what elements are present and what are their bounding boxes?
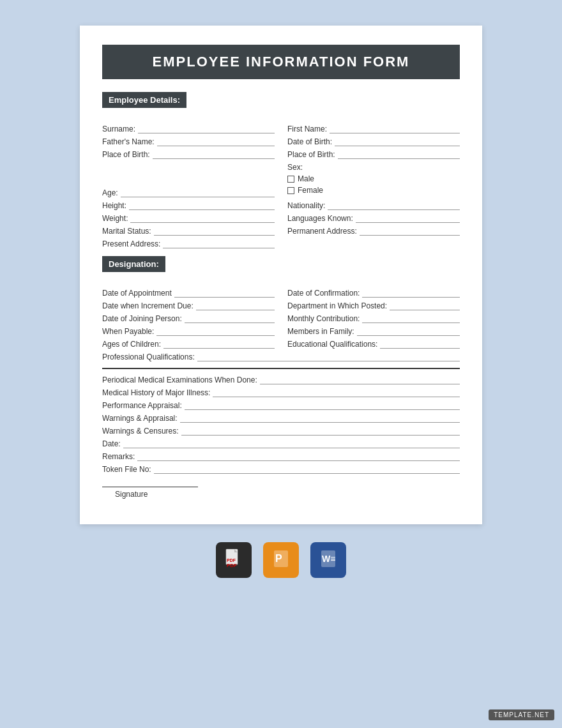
date-label: Date: [102,439,121,448]
contribution-input[interactable] [362,314,460,323]
permanent-address-label: Permanent Address: [287,227,357,236]
row-warnings-censures: Warnings & Censures: [102,427,460,436]
sex-female-option: Female [287,186,460,195]
permanent-address-input[interactable] [360,227,460,236]
warnings-censures-input[interactable] [181,427,460,436]
dob-input[interactable] [335,137,460,146]
warnings-appraisal-input[interactable] [180,414,460,423]
svg-text:PDF: PDF [227,563,237,568]
marital-input[interactable] [154,227,275,236]
age-input[interactable] [121,188,275,197]
row-increment-department: Date when Increment Due: Department in W… [102,301,460,310]
male-checkbox[interactable] [287,176,294,183]
nationality-input[interactable] [328,201,460,210]
weight-input[interactable] [130,214,275,223]
professional-input[interactable] [197,353,460,361]
educational-input[interactable] [380,340,460,349]
languages-input[interactable] [356,214,460,223]
sex-label: Sex: [287,163,460,172]
warnings-censures-label: Warnings & Censures: [102,427,179,436]
svg-text:P: P [275,553,282,564]
row-professional: Professional Qualifications: [102,353,460,361]
svg-text:W≡: W≡ [322,554,335,564]
pdf-icon-button[interactable]: PDF PDF [216,542,252,578]
professional-label: Professional Qualifications: [102,353,195,361]
pages-icon-button[interactable]: P [263,542,299,578]
age-label: Age: [102,188,118,197]
field-date-appointment: Date of Appointment [102,289,275,298]
field-nationality: Nationality: [287,201,460,210]
date-input[interactable] [123,439,460,448]
department-label: Department in Which Posted: [287,301,387,310]
department-input[interactable] [390,301,460,310]
row-present-address: Present Address: [102,239,460,248]
field-increment: Date when Increment Due: [102,301,275,310]
pob-right-input[interactable] [338,150,460,159]
field-permanent-address: Permanent Address: [287,227,460,236]
languages-label: Languages Known: [287,214,353,223]
increment-label: Date when Increment Due: [102,301,194,310]
field-surname: Surname: [102,125,275,133]
date-appointment-input[interactable] [174,289,275,298]
svg-text:PDF: PDF [227,558,236,563]
date-confirmation-input[interactable] [362,289,460,298]
word-icon: W≡ [318,548,338,573]
surname-input[interactable] [138,125,275,133]
pob-left-input[interactable] [153,150,275,159]
fathername-input[interactable] [157,137,275,146]
field-age: Age: [102,163,275,197]
row-token: Token File No: [102,465,460,474]
children-input[interactable] [163,340,275,349]
row-appointment-confirmation: Date of Appointment Date of Confirmation… [102,289,460,298]
field-height: Height: [102,201,275,210]
row-height-nationality: Height: Nationality: [102,201,460,210]
contribution-label: Monthly Contribution: [287,314,360,323]
female-checkbox[interactable] [287,187,294,194]
row-weight-languages: Weight: Languages Known: [102,214,460,223]
joining-input[interactable] [185,314,275,323]
field-joining: Date of Joining Person: [102,314,275,323]
surname-label: Surname: [102,125,135,133]
periodical-medical-input[interactable] [260,375,460,384]
payable-input[interactable] [156,327,275,336]
warnings-appraisal-label: Warnings & Appraisal: [102,414,178,423]
remarks-input[interactable] [137,452,460,461]
field-sex: Sex: Male Female [287,163,460,197]
weight-label: Weight: [102,214,128,223]
performance-label: Performance Appraisal: [102,401,182,410]
nationality-label: Nationality: [287,201,325,210]
signature-label: Signature [102,490,460,499]
firstname-input[interactable] [330,125,460,133]
pob-left-label: Place of Birth: [102,150,150,159]
token-input[interactable] [154,465,460,474]
fathername-label: Father's Name: [102,137,155,146]
medical-history-label: Medical History of Major Illness: [102,388,210,397]
present-address-input[interactable] [163,239,275,248]
children-label: Ages of Children: [102,340,161,349]
row-payable-members: When Payable: Members in Family: [102,327,460,336]
field-spacer [287,239,460,248]
field-department: Department in Which Posted: [287,301,460,310]
designation-header: Designation: [102,256,165,272]
members-input[interactable] [357,327,460,336]
sex-male-option: Male [287,174,460,183]
educational-label: Educational Qualifications: [287,340,377,349]
height-input[interactable] [129,201,275,210]
marital-label: Marital Status: [102,227,151,236]
pages-icon: P [271,548,291,573]
document-icons-row: PDF PDF P W≡ [216,542,346,578]
signature-section: Signature [102,487,460,499]
row-surname-firstname: Surname: First Name: [102,125,460,133]
employee-details-header: Employee Details: [102,92,186,108]
medical-history-input[interactable] [213,388,460,397]
field-members: Members in Family: [287,327,460,336]
field-children: Ages of Children: [102,340,275,349]
female-label: Female [298,186,323,195]
word-icon-button[interactable]: W≡ [310,542,346,578]
increment-input[interactable] [196,301,275,310]
performance-input[interactable] [185,401,460,410]
row-pob: Place of Birth: Place of Birth: [102,150,460,159]
field-educational: Educational Qualifications: [287,340,460,349]
row-remarks: Remarks: [102,452,460,461]
row-warnings-appraisal: Warnings & Appraisal: [102,414,460,423]
